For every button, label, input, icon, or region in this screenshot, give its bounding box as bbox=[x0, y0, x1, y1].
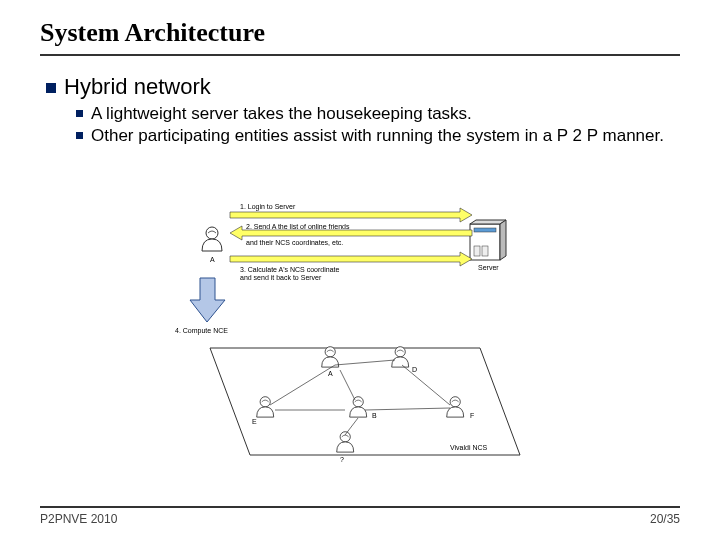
svg-rect-4 bbox=[482, 246, 488, 256]
peer-a-label: A bbox=[328, 370, 333, 377]
svg-line-14 bbox=[365, 408, 450, 410]
peer-icon bbox=[447, 397, 464, 417]
step-1-text: 1. Login to Server bbox=[240, 203, 296, 211]
svg-point-7 bbox=[260, 397, 270, 407]
peer-icon bbox=[392, 347, 409, 367]
user-a-label: A bbox=[210, 256, 215, 263]
svg-line-13 bbox=[340, 370, 355, 400]
svg-line-12 bbox=[270, 365, 335, 405]
peer-e-label: E bbox=[252, 418, 257, 425]
bullet-main-text: Hybrid network bbox=[64, 74, 211, 99]
step-4-text: 4. Compute NCE bbox=[175, 327, 228, 335]
server-icon bbox=[470, 220, 506, 260]
peer-b-label: B bbox=[372, 412, 377, 419]
svg-line-15 bbox=[402, 365, 450, 405]
footer-right: 20/35 bbox=[650, 512, 680, 526]
footer: P2PNVE 2010 20/35 bbox=[40, 506, 680, 526]
step-3-text-a: 3. Calculate A's NCS coordinate bbox=[240, 266, 339, 273]
user-icon bbox=[202, 227, 222, 251]
footer-left: P2PNVE 2010 bbox=[40, 512, 117, 526]
bullet-icon bbox=[76, 132, 83, 139]
bullet-list: Hybrid network A lightweight server take… bbox=[46, 74, 680, 146]
bullet-icon bbox=[76, 110, 83, 117]
peer-d-label: D bbox=[412, 366, 417, 373]
peer-f-label: F bbox=[470, 412, 474, 419]
step-2-text-b: and their NCS coordinates, etc. bbox=[246, 239, 343, 246]
ncs-label: Vivaldi NCS bbox=[450, 444, 488, 451]
svg-point-0 bbox=[206, 227, 218, 239]
svg-point-8 bbox=[353, 397, 363, 407]
bullet-sub-1-text: A lightweight server takes the housekeep… bbox=[91, 104, 472, 123]
svg-point-6 bbox=[395, 347, 405, 357]
peer-icon bbox=[322, 347, 339, 367]
svg-line-17 bbox=[345, 418, 358, 435]
bullet-sub-2: Other participating entities assist with… bbox=[76, 126, 680, 146]
down-arrow-icon bbox=[190, 278, 225, 322]
plane-shape bbox=[210, 348, 520, 455]
svg-rect-3 bbox=[474, 246, 480, 256]
svg-point-9 bbox=[450, 397, 460, 407]
bullet-icon bbox=[46, 83, 56, 93]
bullet-sub-2-text: Other participating entities assist with… bbox=[91, 126, 664, 145]
server-label: Server bbox=[478, 264, 499, 271]
svg-point-5 bbox=[325, 347, 335, 357]
step-3-text-b: and send it back to Server bbox=[240, 274, 322, 281]
svg-line-11 bbox=[335, 360, 395, 365]
peer-q-label: ? bbox=[340, 456, 344, 463]
slide-title: System Architecture bbox=[40, 18, 680, 56]
bullet-sub-1: A lightweight server takes the housekeep… bbox=[76, 104, 680, 124]
architecture-diagram: A Server 1. Login to Server 2. Send A th… bbox=[180, 200, 580, 480]
peer-icon bbox=[257, 397, 274, 417]
step-2-text-a: 2. Send A the list of online friends bbox=[246, 223, 350, 230]
bullet-main: Hybrid network bbox=[46, 74, 680, 100]
svg-point-10 bbox=[340, 432, 350, 442]
svg-rect-2 bbox=[474, 228, 496, 232]
peer-icon bbox=[350, 397, 367, 417]
